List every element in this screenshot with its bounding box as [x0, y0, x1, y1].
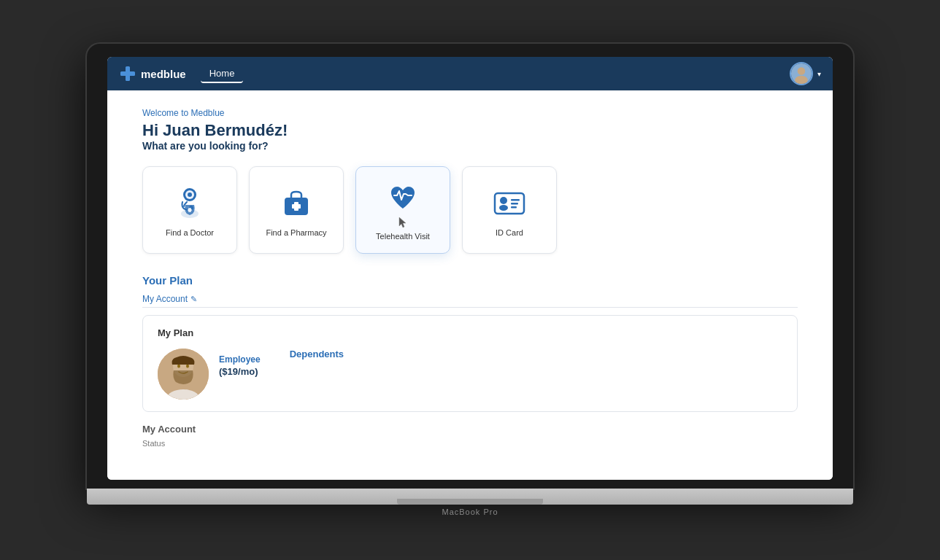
find-pharmacy-label: Find a Pharmacy [266, 228, 326, 237]
your-plan-title: Your Plan [142, 274, 798, 287]
nav-links: Home [201, 65, 790, 83]
screen: medblue Home ▾ [107, 57, 833, 480]
my-plan-title: My Plan [158, 327, 782, 338]
plan-card-body: Employee ($19/mo) Dependents [158, 349, 782, 400]
dependents-section: Dependents [290, 349, 782, 400]
telehealth-card[interactable]: Telehealth Visit [355, 166, 450, 254]
welcome-question: What are you looking for? [142, 140, 798, 152]
svg-point-7 [188, 192, 192, 197]
id-card-label: ID Card [496, 228, 523, 237]
svg-point-3 [798, 67, 806, 75]
svg-rect-19 [511, 203, 518, 205]
plan-tabs: My Account ✎ [142, 291, 798, 308]
pharmacy-icon [277, 183, 315, 221]
brand: medblue [119, 65, 186, 82]
nav-home[interactable]: Home [201, 65, 244, 83]
my-account-section: My Account Status [142, 424, 798, 448]
my-account-section-title: My Account [142, 424, 798, 435]
screen-bezel: medblue Home ▾ [87, 44, 853, 489]
laptop-shell: medblue Home ▾ [87, 44, 853, 516]
brand-cross-icon [119, 65, 136, 82]
find-doctor-card[interactable]: Find a Doctor [142, 166, 237, 254]
svg-point-17 [499, 205, 508, 211]
my-account-tab-label: My Account [142, 294, 188, 304]
quick-actions: Find a Doctor [142, 166, 798, 254]
avatar-image [791, 63, 812, 84]
plan-card: My Plan [142, 315, 798, 412]
plan-member: Employee ($19/mo) [158, 349, 261, 400]
status-label: Status [142, 439, 165, 448]
member-info: Employee ($19/mo) [219, 349, 261, 377]
brand-name: medblue [141, 68, 186, 80]
user-avatar[interactable] [790, 62, 813, 85]
svg-rect-18 [511, 199, 520, 201]
find-doctor-label: Find a Doctor [166, 228, 214, 237]
find-pharmacy-card[interactable]: Find a Pharmacy [249, 166, 344, 254]
id-card-icon [490, 183, 528, 221]
welcome-label: Welcome to Medblue [142, 108, 798, 118]
id-card-card[interactable]: ID Card [462, 166, 557, 254]
telehealth-label: Telehealth Visit [376, 232, 430, 241]
member-role: Employee [219, 354, 261, 365]
member-price: ($19/mo) [219, 366, 261, 377]
user-dropdown-arrow[interactable]: ▾ [817, 70, 821, 78]
svg-rect-14 [292, 204, 301, 209]
my-account-tab[interactable]: My Account ✎ [142, 291, 197, 307]
member-photo [158, 349, 209, 400]
main-content: Welcome to Medblue Hi Juan Bermudéz! Wha… [107, 90, 833, 480]
navbar-right: ▾ [790, 62, 821, 85]
svg-rect-15 [495, 193, 524, 214]
navbar: medblue Home ▾ [107, 57, 833, 90]
svg-point-24 [186, 365, 189, 368]
member-avatar [158, 349, 209, 400]
edit-icon[interactable]: ✎ [190, 295, 197, 304]
doctor-icon [171, 183, 209, 221]
dependents-title: Dependents [290, 349, 782, 359]
telehealth-icon [384, 179, 422, 217]
status-row: Status [142, 439, 798, 448]
svg-rect-11 [188, 209, 192, 211]
laptop-base [87, 489, 853, 505]
svg-point-16 [500, 197, 507, 204]
app-container: medblue Home ▾ [107, 57, 833, 480]
svg-rect-1 [120, 71, 135, 76]
svg-point-23 [177, 365, 180, 368]
macbook-label: MacBook Pro [87, 508, 853, 516]
svg-rect-20 [511, 206, 517, 209]
welcome-greeting: Hi Juan Bermudéz! [142, 121, 798, 140]
